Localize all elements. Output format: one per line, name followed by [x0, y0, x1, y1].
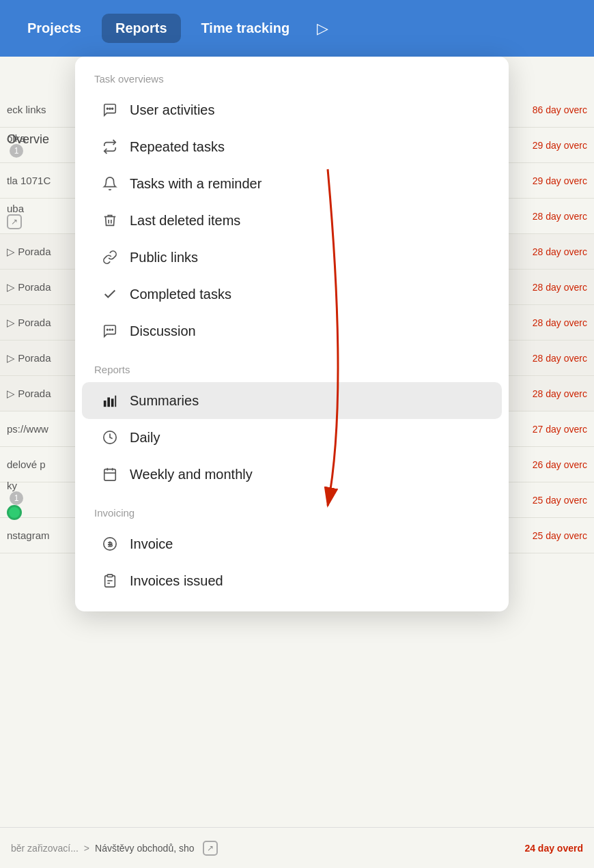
- reports-section-label: Reports: [75, 360, 509, 382]
- menu-item-user-activities[interactable]: User activities: [82, 91, 502, 128]
- menu-item-invoice[interactable]: Invoice: [82, 525, 502, 562]
- summaries-label: Summaries: [130, 393, 199, 409]
- menu-item-tasks-reminder[interactable]: Tasks with a reminder: [82, 165, 502, 202]
- svg-rect-17: [107, 575, 112, 577]
- menu-item-discussion[interactable]: Discussion: [82, 313, 502, 349]
- svg-rect-11: [104, 469, 116, 481]
- last-deleted-label: Last deleted items: [130, 213, 240, 229]
- svg-point-0: [109, 108, 111, 109]
- tab-time-tracking[interactable]: Time tracking: [188, 14, 304, 43]
- completed-tasks-label: Completed tasks: [130, 287, 231, 302]
- checkmark-icon: [101, 285, 119, 303]
- svg-rect-7: [107, 397, 110, 407]
- invoicing-section-label: Invoicing: [75, 503, 509, 525]
- menu-item-invoices-issued[interactable]: Invoices issued: [82, 562, 502, 599]
- chat-bubble-icon: [101, 101, 119, 119]
- invoice-label: Invoice: [130, 536, 173, 552]
- svg-rect-8: [111, 399, 114, 407]
- menu-item-public-links[interactable]: Public links: [82, 239, 502, 276]
- bar-chart-icon: [101, 392, 119, 409]
- menu-item-completed-tasks[interactable]: Completed tasks: [82, 276, 502, 313]
- bottom-bar: běr zařizovací... > Návštěvy obchodů, sh…: [0, 827, 594, 868]
- link-icon: [101, 248, 119, 266]
- svg-point-1: [107, 108, 108, 109]
- section-divider-2: [75, 497, 509, 497]
- bottom-text-middle: Návštěvy obchodů, sho: [95, 843, 195, 854]
- reports-dropdown: Task overviews User activities Repeated …: [75, 57, 509, 611]
- bottom-text-left: běr zařizovací...: [11, 843, 79, 854]
- daily-label: Daily: [130, 430, 160, 446]
- breadcrumb-arrow: >: [84, 843, 89, 854]
- svg-point-5: [112, 329, 113, 330]
- trash-icon: [101, 212, 119, 229]
- section-divider: [75, 353, 509, 354]
- weekly-monthly-label: Weekly and monthly: [130, 467, 253, 482]
- top-navigation: Projects Reports Time tracking ▷: [0, 0, 594, 57]
- public-links-label: Public links: [130, 250, 198, 265]
- menu-item-weekly-monthly[interactable]: Weekly and monthly: [82, 456, 502, 493]
- tab-reports[interactable]: Reports: [102, 14, 181, 43]
- tasks-reminder-label: Tasks with a reminder: [130, 176, 261, 192]
- svg-rect-9: [115, 396, 116, 407]
- svg-rect-6: [104, 401, 107, 407]
- dollar-circle-icon: [101, 535, 119, 553]
- play-button[interactable]: ▷: [317, 20, 328, 38]
- invoices-issued-label: Invoices issued: [130, 573, 223, 589]
- repeated-tasks-label: Repeated tasks: [130, 139, 225, 155]
- discussion-label: Discussion: [130, 323, 196, 339]
- external-link-icon[interactable]: ↗: [203, 841, 218, 856]
- menu-item-summaries[interactable]: Summaries: [82, 382, 502, 419]
- svg-point-4: [109, 329, 110, 330]
- menu-item-last-deleted[interactable]: Last deleted items: [82, 202, 502, 239]
- clock-icon: [101, 429, 119, 446]
- task-overviews-section-label: Task overviews: [75, 69, 509, 91]
- tab-projects[interactable]: Projects: [14, 14, 95, 43]
- discussion-icon: [101, 322, 119, 340]
- svg-point-2: [112, 108, 113, 109]
- clipboard-icon: [101, 572, 119, 590]
- svg-point-3: [107, 329, 108, 330]
- bell-icon: [101, 175, 119, 192]
- bottom-overdue: 24 day overd: [524, 843, 583, 854]
- menu-item-repeated-tasks[interactable]: Repeated tasks: [82, 128, 502, 165]
- calendar-icon: [101, 465, 119, 483]
- user-activities-label: User activities: [130, 102, 214, 118]
- menu-item-daily[interactable]: Daily: [82, 419, 502, 456]
- repeat-icon: [101, 138, 119, 156]
